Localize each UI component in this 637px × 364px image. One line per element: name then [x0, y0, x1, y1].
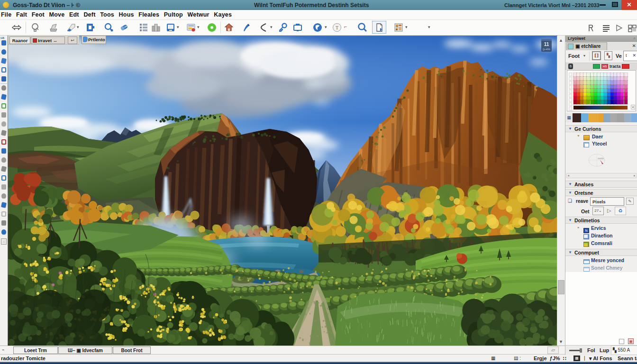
svg-text:watds: watds [598, 157, 604, 160]
svg-text:11: 11 [544, 42, 549, 47]
svg-text:Qs-#9%: Qs-#9% [543, 48, 550, 51]
svg-text:T: T [336, 25, 338, 30]
